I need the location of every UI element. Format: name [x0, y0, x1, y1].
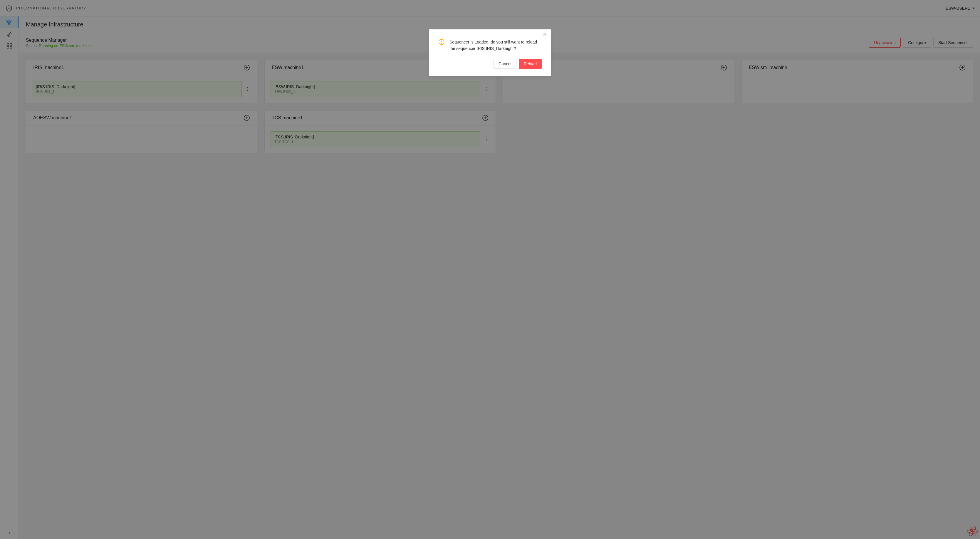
warning-icon — [438, 39, 445, 45]
modal-confirm-button[interactable]: Reload — [519, 59, 542, 69]
modal-backdrop[interactable] — [0, 0, 980, 539]
confirm-modal: Sequencer is Loaded, do you still want t… — [429, 29, 551, 76]
close-icon — [543, 32, 547, 37]
svg-point-37 — [441, 43, 442, 43]
modal-close-button[interactable] — [543, 32, 547, 38]
modal-message: Sequencer is Loaded, do you still want t… — [449, 39, 542, 52]
modal-cancel-button[interactable]: Cancel — [493, 59, 516, 69]
